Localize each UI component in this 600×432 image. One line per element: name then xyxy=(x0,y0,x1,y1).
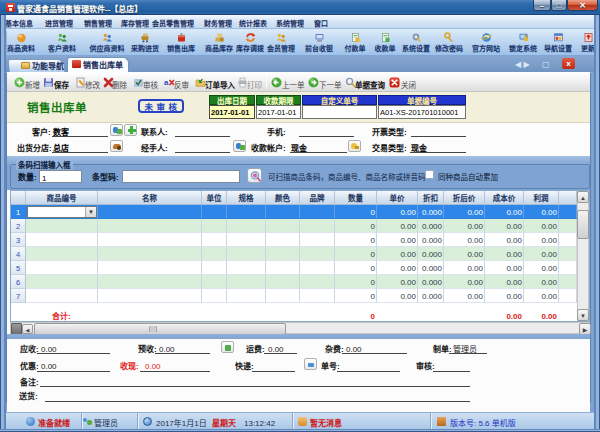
svg-text:a: a xyxy=(164,77,169,87)
